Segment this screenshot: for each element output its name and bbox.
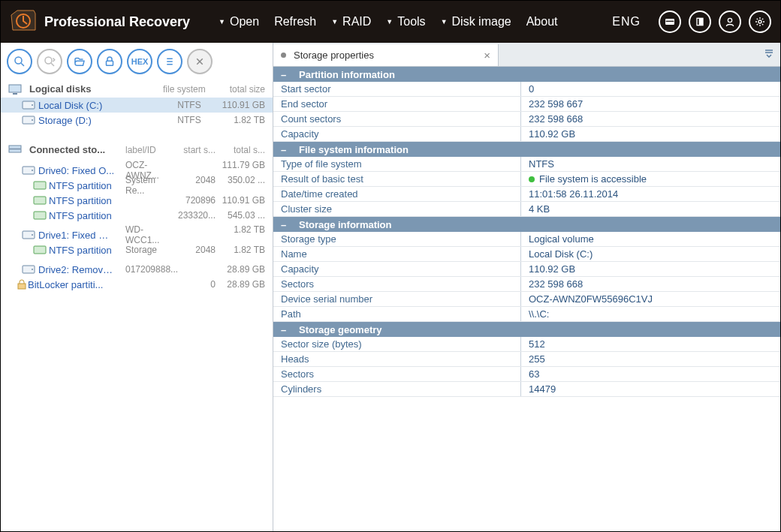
- property-key: Cylinders: [273, 382, 521, 396]
- property-row: Count sectors232 598 668: [273, 112, 780, 127]
- drive-icon: [22, 265, 38, 274]
- property-key: Date/time created: [273, 187, 521, 201]
- menu-refresh[interactable]: Refresh: [268, 12, 322, 32]
- resume-scan-button: [37, 49, 62, 74]
- property-group-header[interactable]: –Storage geometry: [273, 322, 780, 337]
- logical-disk-row[interactable]: Local Disk (C:)NTFS110.91 GB: [1, 98, 273, 113]
- property-value: \\.\C:: [521, 308, 780, 320]
- app-title: Professional Recovery: [44, 14, 190, 30]
- properties-button[interactable]: [157, 49, 182, 74]
- menu-raid[interactable]: ▼RAID: [325, 12, 377, 32]
- svg-point-26: [32, 170, 33, 171]
- svg-point-31: [32, 234, 33, 236]
- property-key: Sectors: [273, 277, 521, 291]
- partition-icon: [33, 181, 49, 190]
- svg-point-9: [45, 57, 52, 64]
- svg-rect-29: [34, 212, 46, 219]
- property-value: 63: [521, 368, 780, 380]
- property-row: Start sector0: [273, 82, 780, 97]
- svg-point-22: [32, 119, 33, 121]
- logical-disks-header: Logical disks file system total size: [1, 77, 273, 98]
- property-key: Name: [273, 247, 521, 261]
- property-value: 11:01:58 26.11.2014: [521, 188, 780, 200]
- svg-rect-11: [107, 61, 113, 65]
- svg-rect-27: [34, 182, 46, 189]
- property-value: 232 598 668: [521, 113, 780, 125]
- property-value: 110.92 GB: [521, 128, 780, 140]
- user-icon[interactable]: [719, 11, 741, 33]
- close-button[interactable]: [187, 49, 213, 74]
- disk-name: Local Disk (C:): [38, 100, 115, 111]
- property-row: Heads255: [273, 352, 780, 367]
- storage-icon: [8, 145, 25, 155]
- property-key: Sector size (bytes): [273, 337, 521, 351]
- svg-rect-23: [9, 146, 21, 149]
- partition-row[interactable]: NTFS partition720896110.91 GB: [1, 193, 273, 208]
- tab-menu-icon[interactable]: [764, 47, 774, 61]
- partition-row[interactable]: NTFS partitionStorage20481.82 TB: [1, 242, 273, 257]
- scan-button[interactable]: [7, 49, 32, 74]
- decrypt-button[interactable]: [97, 49, 122, 74]
- menu-open[interactable]: ▼Open: [213, 12, 265, 32]
- property-row: Cylinders14479: [273, 382, 780, 397]
- monitor-icon: [8, 84, 25, 95]
- property-key: Result of basic test: [273, 172, 521, 186]
- open-button[interactable]: [67, 49, 92, 74]
- svg-point-6: [758, 20, 761, 23]
- property-value: 232 598 668: [521, 278, 780, 290]
- svg-rect-32: [34, 246, 46, 254]
- property-row: Path\\.\C:: [273, 307, 780, 322]
- property-key: Storage type: [273, 232, 521, 246]
- property-key: Heads: [273, 352, 521, 366]
- property-key: End sector: [273, 97, 521, 111]
- menu-disk-image[interactable]: ▼Disk image: [435, 12, 517, 32]
- partition-icon: [33, 211, 49, 220]
- drive-icon: [22, 230, 38, 239]
- partition-name: NTFS partition: [49, 180, 125, 191]
- property-row: Result of basic testFile system is acces…: [273, 172, 780, 187]
- svg-rect-4: [701, 18, 703, 25]
- partition-row[interactable]: BitLocker partiti...028.89 GB: [1, 277, 273, 292]
- logical-disk-row[interactable]: Storage (D:)NTFS1.82 TB: [1, 113, 273, 128]
- property-key: Capacity: [273, 262, 521, 276]
- tab-storage-properties[interactable]: Storage properties ×: [273, 44, 499, 66]
- partition-row[interactable]: NTFS partition233320...545.03 ...: [1, 208, 273, 223]
- property-group-header[interactable]: –Partition information: [273, 67, 780, 82]
- hex-button[interactable]: HEX: [127, 49, 152, 74]
- partition-row[interactable]: NTFS partitionSystem Re...2048350.02 ...: [1, 178, 273, 193]
- svg-point-7: [15, 57, 22, 64]
- svg-point-5: [728, 18, 731, 22]
- property-row: Capacity110.92 GB: [273, 127, 780, 142]
- menu-about[interactable]: About: [520, 12, 564, 32]
- status-ok-icon: [529, 176, 535, 182]
- drive-row[interactable]: Drive1: Fixed W...WD-WCC1...1.82 TB: [1, 227, 273, 242]
- property-group-header[interactable]: –Storage information: [273, 217, 780, 232]
- language-selector[interactable]: ENG: [612, 15, 641, 29]
- partition-icon: [33, 196, 49, 205]
- property-group-header[interactable]: –File system information: [273, 142, 780, 157]
- property-value: Logical volume: [521, 233, 780, 245]
- tab-close-icon[interactable]: ×: [484, 49, 490, 62]
- property-row: Sectors232 598 668: [273, 277, 780, 292]
- property-key: Cluster size: [273, 202, 521, 216]
- properties-list: –Partition informationStart sector0End s…: [273, 67, 780, 531]
- property-key: Type of file system: [273, 157, 521, 171]
- card-icon[interactable]: [659, 11, 681, 33]
- property-key: Start sector: [273, 82, 521, 96]
- drive-row[interactable]: Drive2: Remova...017209888...28.89 GB: [1, 262, 273, 277]
- drive-icon: [22, 166, 38, 175]
- partition-name: NTFS partition: [49, 245, 125, 256]
- property-row: Device serial numberOCZ-AWNZ0FW55696C1VJ: [273, 292, 780, 307]
- partition-name: NTFS partition: [49, 210, 125, 221]
- panel-icon[interactable]: [689, 11, 711, 33]
- settings-icon[interactable]: [749, 11, 771, 33]
- property-row: End sector232 598 667: [273, 97, 780, 112]
- svg-line-8: [21, 63, 24, 66]
- drive-name: Drive2: Remova...: [38, 264, 115, 275]
- property-row: Date/time created11:01:58 26.11.2014: [273, 187, 780, 202]
- property-value: File system is accessible: [521, 173, 780, 185]
- svg-rect-17: [9, 85, 21, 92]
- svg-rect-28: [34, 197, 46, 204]
- property-value: Local Disk (C:): [521, 248, 780, 260]
- menu-tools[interactable]: ▼Tools: [380, 12, 431, 32]
